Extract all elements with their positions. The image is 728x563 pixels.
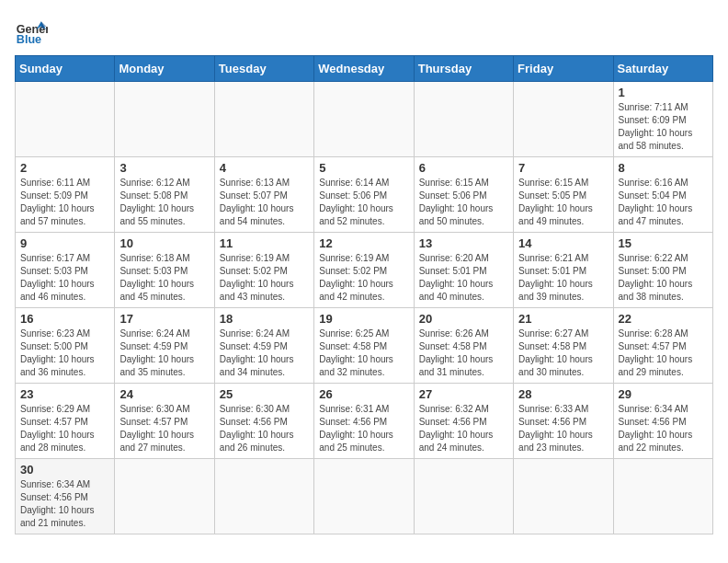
day-info: Sunrise: 6:19 AM Sunset: 5:02 PM Dayligh… [319,252,408,304]
day-number: 24 [119,387,209,401]
day-number: 9 [20,236,109,250]
day-number: 16 [20,312,109,326]
day-info: Sunrise: 6:31 AM Sunset: 4:56 PM Dayligh… [319,403,408,454]
day-info: Sunrise: 6:23 AM Sunset: 5:00 PM Dayligh… [20,327,109,379]
calendar-day-cell: 9Sunrise: 6:17 AM Sunset: 5:03 PM Daylig… [16,233,115,308]
day-info: Sunrise: 6:22 AM Sunset: 5:00 PM Dayligh… [619,252,708,304]
calendar-day-cell: 22Sunrise: 6:28 AM Sunset: 4:57 PM Dayli… [613,308,712,384]
day-info: Sunrise: 6:27 AM Sunset: 4:58 PM Dayligh… [518,327,608,379]
day-info: Sunrise: 6:19 AM Sunset: 5:02 PM Dayligh… [220,252,309,304]
calendar-day-cell [613,459,712,534]
weekday-header-monday: Monday [115,56,214,82]
day-number: 12 [319,236,408,250]
day-number: 11 [220,236,309,250]
day-info: Sunrise: 6:32 AM Sunset: 4:56 PM Dayligh… [419,403,508,454]
calendar-week-row: 2Sunrise: 6:11 AM Sunset: 5:09 PM Daylig… [16,157,713,233]
calendar-day-cell [514,82,613,157]
calendar-day-cell: 20Sunrise: 6:26 AM Sunset: 4:58 PM Dayli… [414,308,513,384]
day-info: Sunrise: 6:18 AM Sunset: 5:03 PM Dayligh… [119,252,209,304]
calendar-day-cell: 5Sunrise: 6:14 AM Sunset: 5:06 PM Daylig… [314,157,414,233]
calendar-day-cell: 24Sunrise: 6:30 AM Sunset: 4:57 PM Dayli… [115,384,214,459]
day-info: Sunrise: 6:12 AM Sunset: 5:08 PM Dayligh… [119,177,209,228]
day-info: Sunrise: 6:24 AM Sunset: 4:59 PM Dayligh… [220,327,309,379]
calendar-day-cell: 28Sunrise: 6:33 AM Sunset: 4:56 PM Dayli… [514,384,613,459]
calendar-body: 1Sunrise: 7:11 AM Sunset: 6:09 PM Daylig… [16,82,713,534]
calendar-week-row: 16Sunrise: 6:23 AM Sunset: 5:00 PM Dayli… [16,308,713,384]
calendar-day-cell [16,82,115,157]
day-number: 26 [319,387,408,401]
day-number: 6 [419,161,508,175]
day-info: Sunrise: 6:11 AM Sunset: 5:09 PM Dayligh… [20,177,109,228]
day-number: 19 [319,312,408,326]
calendar-week-row: 9Sunrise: 6:17 AM Sunset: 5:03 PM Daylig… [16,233,713,308]
day-number: 14 [518,236,608,250]
day-number: 25 [220,387,309,401]
calendar-day-cell [314,82,414,157]
calendar-day-cell [314,459,414,534]
calendar-day-cell: 8Sunrise: 6:16 AM Sunset: 5:04 PM Daylig… [613,157,712,233]
calendar-day-cell [115,82,214,157]
calendar-day-cell: 13Sunrise: 6:20 AM Sunset: 5:01 PM Dayli… [414,233,513,308]
day-info: Sunrise: 6:26 AM Sunset: 4:58 PM Dayligh… [419,327,508,379]
logo: General Blue [15,15,48,48]
day-number: 5 [319,161,408,175]
day-info: Sunrise: 6:34 AM Sunset: 4:56 PM Dayligh… [20,478,109,530]
calendar-week-row: 30Sunrise: 6:34 AM Sunset: 4:56 PM Dayli… [16,459,713,534]
day-number: 4 [220,161,309,175]
day-info: Sunrise: 6:30 AM Sunset: 4:57 PM Dayligh… [119,403,209,454]
day-info: Sunrise: 6:25 AM Sunset: 4:58 PM Dayligh… [319,327,408,379]
calendar-day-cell [214,459,313,534]
day-number: 17 [119,312,209,326]
calendar-day-cell: 4Sunrise: 6:13 AM Sunset: 5:07 PM Daylig… [214,157,313,233]
weekday-header-wednesday: Wednesday [314,56,414,82]
weekday-header-row: SundayMondayTuesdayWednesdayThursdayFrid… [16,56,713,82]
weekday-header-friday: Friday [514,56,613,82]
day-info: Sunrise: 6:16 AM Sunset: 5:04 PM Dayligh… [619,177,708,228]
weekday-header-thursday: Thursday [414,56,513,82]
calendar-day-cell: 6Sunrise: 6:15 AM Sunset: 5:06 PM Daylig… [414,157,513,233]
day-number: 30 [20,463,109,477]
day-number: 10 [119,236,209,250]
weekday-header-tuesday: Tuesday [214,56,313,82]
calendar-day-cell: 21Sunrise: 6:27 AM Sunset: 4:58 PM Dayli… [514,308,613,384]
calendar-day-cell: 19Sunrise: 6:25 AM Sunset: 4:58 PM Dayli… [314,308,414,384]
calendar-day-cell: 12Sunrise: 6:19 AM Sunset: 5:02 PM Dayli… [314,233,414,308]
calendar-day-cell [414,459,513,534]
calendar-day-cell: 18Sunrise: 6:24 AM Sunset: 4:59 PM Dayli… [214,308,313,384]
calendar-day-cell [115,459,214,534]
calendar-day-cell: 10Sunrise: 6:18 AM Sunset: 5:03 PM Dayli… [115,233,214,308]
calendar-day-cell: 16Sunrise: 6:23 AM Sunset: 5:00 PM Dayli… [16,308,115,384]
calendar-day-cell: 1Sunrise: 7:11 AM Sunset: 6:09 PM Daylig… [613,82,712,157]
day-number: 15 [619,236,708,250]
calendar-day-cell: 23Sunrise: 6:29 AM Sunset: 4:57 PM Dayli… [16,384,115,459]
calendar-day-cell: 14Sunrise: 6:21 AM Sunset: 5:01 PM Dayli… [514,233,613,308]
day-info: Sunrise: 6:24 AM Sunset: 4:59 PM Dayligh… [119,327,209,379]
day-info: Sunrise: 6:29 AM Sunset: 4:57 PM Dayligh… [20,403,109,454]
day-info: Sunrise: 6:15 AM Sunset: 5:06 PM Dayligh… [419,177,508,228]
calendar-day-cell: 29Sunrise: 6:34 AM Sunset: 4:56 PM Dayli… [613,384,712,459]
day-info: Sunrise: 6:13 AM Sunset: 5:07 PM Dayligh… [220,177,309,228]
weekday-header-saturday: Saturday [613,56,712,82]
weekday-header-sunday: Sunday [16,56,115,82]
page-header: General Blue [15,15,713,48]
day-info: Sunrise: 6:30 AM Sunset: 4:56 PM Dayligh… [220,403,309,454]
calendar-header: SundayMondayTuesdayWednesdayThursdayFrid… [16,56,713,82]
calendar-day-cell: 26Sunrise: 6:31 AM Sunset: 4:56 PM Dayli… [314,384,414,459]
calendar-day-cell: 30Sunrise: 6:34 AM Sunset: 4:56 PM Dayli… [16,459,115,534]
day-info: Sunrise: 6:17 AM Sunset: 5:03 PM Dayligh… [20,252,109,304]
calendar-week-row: 1Sunrise: 7:11 AM Sunset: 6:09 PM Daylig… [16,82,713,157]
day-info: Sunrise: 7:11 AM Sunset: 6:09 PM Dayligh… [619,101,708,153]
svg-text:Blue: Blue [17,33,41,46]
calendar-week-row: 23Sunrise: 6:29 AM Sunset: 4:57 PM Dayli… [16,384,713,459]
day-number: 23 [20,387,109,401]
day-number: 28 [518,387,608,401]
day-info: Sunrise: 6:28 AM Sunset: 4:57 PM Dayligh… [619,327,708,379]
calendar-day-cell: 17Sunrise: 6:24 AM Sunset: 4:59 PM Dayli… [115,308,214,384]
day-number: 29 [619,387,708,401]
calendar-day-cell: 11Sunrise: 6:19 AM Sunset: 5:02 PM Dayli… [214,233,313,308]
day-info: Sunrise: 6:15 AM Sunset: 5:05 PM Dayligh… [518,177,608,228]
day-number: 22 [619,312,708,326]
day-number: 1 [619,86,708,99]
day-number: 21 [518,312,608,326]
calendar-day-cell [514,459,613,534]
